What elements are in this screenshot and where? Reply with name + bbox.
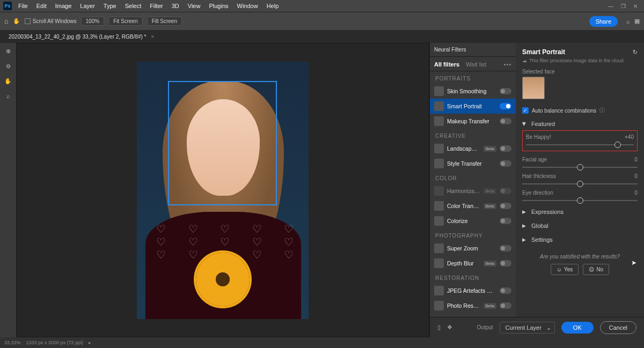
filter-title: Smart Portrait: [522, 48, 565, 56]
no-button[interactable]: ☹No: [583, 264, 609, 275]
status-size: 1333 px x 2000 px (72 ppi): [26, 340, 84, 345]
zoom-value[interactable]: 100%: [81, 17, 105, 26]
slider-track[interactable]: [522, 167, 638, 168]
section-global[interactable]: ▶Global: [522, 223, 638, 229]
menu-3d[interactable]: 3D: [167, 0, 184, 12]
menu-image[interactable]: Image: [51, 0, 76, 12]
filter-jpeg-artefacts-removal[interactable]: JPEG Artefacts Removal: [430, 283, 516, 298]
category-label: RESTORATION: [430, 271, 516, 283]
plus-icon[interactable]: ⊕: [3, 46, 13, 56]
filter-toggle[interactable]: [500, 302, 511, 309]
document-tab[interactable]: 20200304_13_22_40_2.jpg @ 33,3% (Layer 2…: [4, 34, 158, 40]
beta-badge: Beta: [484, 261, 496, 266]
ok-button[interactable]: OK: [561, 322, 594, 334]
beta-badge: Beta: [484, 146, 496, 152]
filter-super-zoom[interactable]: Super Zoom: [430, 241, 516, 256]
selected-face-label: Selected face: [522, 69, 638, 75]
tab-wait-list[interactable]: Wait list: [466, 61, 486, 68]
menu-help[interactable]: Help: [262, 0, 283, 12]
auto-balance-checkbox[interactable]: ✓ Auto balance combinations ⓘ: [522, 107, 638, 114]
filter-colorize[interactable]: Colorize: [430, 213, 516, 228]
selected-face-thumb[interactable]: [522, 77, 545, 99]
filter-style-transfer[interactable]: Style Transfer: [430, 156, 516, 171]
yes-button[interactable]: ☺Yes: [551, 264, 579, 275]
category-label: PHOTOGRAPHY: [430, 228, 516, 241]
section-expressions[interactable]: ▶Expressions: [522, 209, 638, 215]
menu-layer[interactable]: Layer: [76, 0, 99, 12]
filter-toggle[interactable]: [500, 160, 511, 167]
close-icon[interactable]: ✕: [633, 3, 638, 9]
filter-toggle[interactable]: [500, 188, 511, 194]
fill-screen-button[interactable]: Fill Screen: [147, 17, 182, 26]
info-icon[interactable]: ⓘ: [599, 107, 605, 114]
photo: [137, 62, 309, 319]
menu-type[interactable]: Type: [99, 0, 121, 12]
maximize-icon[interactable]: ❐: [621, 3, 626, 9]
status-chevron-icon[interactable]: ▸: [89, 340, 91, 345]
menu-edit[interactable]: Edit: [32, 0, 51, 12]
filter-depth-blur[interactable]: Depth BlurBeta: [430, 256, 516, 271]
preview-icon[interactable]: ▯: [437, 324, 441, 331]
workspace-icon[interactable]: ▦: [634, 18, 640, 25]
filter-thumb: [434, 186, 444, 196]
menu-file[interactable]: File: [14, 0, 32, 12]
slider-track[interactable]: [522, 183, 638, 184]
options-bar: ⌂ ✋ Scroll All Windows 100% Fit Screen F…: [0, 12, 644, 30]
output-label: Output: [477, 324, 493, 330]
slider-hair-thickness: Hair thickness0: [522, 173, 638, 184]
section-settings[interactable]: ▶Settings: [522, 236, 638, 243]
cancel-button[interactable]: Cancel: [600, 321, 636, 334]
hand-tool-icon[interactable]: ✋: [3, 76, 13, 86]
slider-track[interactable]: [526, 144, 634, 145]
filter-toggle[interactable]: [500, 103, 511, 109]
hand-icon[interactable]: ✋: [13, 18, 20, 25]
reset-icon[interactable]: ↺: [633, 49, 638, 56]
output-select[interactable]: Current Layer ⌄: [500, 322, 555, 334]
fit-screen-button[interactable]: Fit Screen: [108, 17, 143, 26]
filter-toggle[interactable]: [500, 203, 511, 209]
filter-photo-restoration[interactable]: Photo RestorationBeta: [430, 298, 516, 313]
zoom-tool-icon[interactable]: ⌕: [3, 91, 13, 101]
category-label: CREATIVE: [430, 129, 516, 141]
menu-filter[interactable]: Filter: [145, 0, 167, 12]
filter-toggle[interactable]: [500, 218, 511, 224]
filter-thumb: [434, 116, 444, 126]
filter-thumb: [434, 258, 444, 268]
scroll-all-checkbox[interactable]: Scroll All Windows: [25, 18, 77, 24]
minimize-icon[interactable]: —: [608, 3, 613, 9]
layers-icon[interactable]: ❖: [447, 324, 452, 331]
filter-toggle[interactable]: [500, 260, 511, 266]
filter-toggle[interactable]: [500, 245, 511, 251]
filter-landscape-mixer[interactable]: Landscape MixerBeta: [430, 141, 516, 156]
tools-column: ⊕ ⊖ ✋ ⌕: [0, 43, 16, 337]
filter-thumb: [434, 301, 444, 310]
filter-skin-smoothing[interactable]: Skin Smoothing: [430, 84, 516, 99]
canvas[interactable]: [16, 43, 429, 337]
close-tab-icon[interactable]: ×: [151, 34, 154, 40]
filter-smart-portrait[interactable]: Smart Portrait: [430, 99, 516, 114]
home-icon[interactable]: ⌂: [4, 17, 9, 25]
tab-all-filters[interactable]: All filters: [434, 61, 459, 68]
share-button[interactable]: Share: [589, 16, 618, 27]
slider-track[interactable]: [522, 200, 638, 201]
search-icon[interactable]: ⌕: [626, 18, 630, 25]
filter-harmonization[interactable]: HarmonizationBeta: [430, 183, 516, 198]
filter-makeup-transfer[interactable]: Makeup Transfer: [430, 114, 516, 129]
menu-view[interactable]: View: [184, 0, 205, 12]
beta-badge: Beta: [484, 303, 496, 309]
slider-facial-age: Facial age0: [522, 157, 638, 168]
minus-icon[interactable]: ⊖: [3, 61, 13, 71]
filter-toggle[interactable]: [500, 88, 511, 94]
menu-plugins[interactable]: Plugins: [204, 0, 232, 12]
filter-thumb: [434, 286, 444, 295]
menu-window[interactable]: Window: [233, 0, 262, 12]
featured-section[interactable]: ▶Featured: [522, 121, 638, 127]
filter-thumb: [434, 159, 444, 168]
filter-color-transfer[interactable]: Color TransferBeta: [430, 198, 516, 213]
menu-select[interactable]: Select: [121, 0, 146, 12]
filter-toggle[interactable]: [500, 118, 511, 124]
filter-toggle[interactable]: [500, 287, 511, 294]
more-icon[interactable]: •••: [503, 61, 511, 68]
filter-toggle[interactable]: [500, 145, 511, 152]
slider-be-happy-: Be Happy!+40: [522, 130, 638, 151]
